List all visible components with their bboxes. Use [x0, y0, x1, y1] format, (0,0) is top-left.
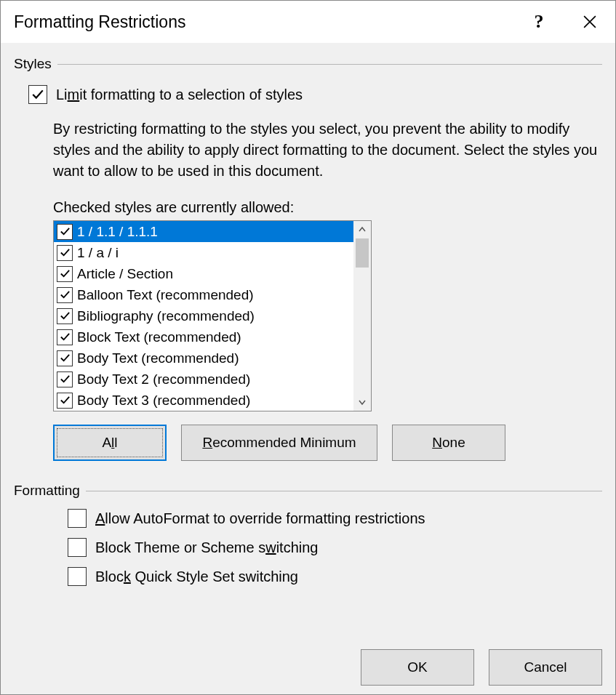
block-quick-checkbox[interactable] — [68, 567, 87, 586]
checkmark-icon — [60, 289, 71, 300]
limit-formatting-checkbox[interactable] — [28, 85, 47, 104]
style-item-label: Body Text 3 (recommended) — [77, 393, 250, 409]
help-button[interactable]: ? — [513, 1, 564, 43]
checkmark-icon — [60, 353, 71, 363]
style-list-item[interactable]: 1 / 1.1 / 1.1.1 — [54, 221, 353, 242]
scroll-down-icon[interactable] — [353, 393, 371, 411]
style-item-checkbox[interactable] — [57, 393, 73, 409]
checkmark-icon — [60, 332, 71, 342]
block-theme-label: Block Theme or Scheme switching — [95, 539, 318, 556]
style-item-label: 1 / a / i — [77, 245, 119, 261]
scrollbar[interactable] — [353, 221, 371, 411]
style-item-label: Article / Section — [77, 266, 173, 282]
style-item-checkbox[interactable] — [57, 308, 73, 324]
formatting-group-header: Formatting — [14, 483, 602, 499]
allow-autoformat-checkbox[interactable] — [68, 509, 87, 528]
allow-autoformat-label: Allow AutoFormat to override formatting … — [95, 510, 425, 527]
style-item-checkbox[interactable] — [57, 287, 73, 303]
ok-button[interactable]: OK — [361, 649, 474, 686]
close-button[interactable] — [564, 1, 615, 43]
select-all-button[interactable]: All — [53, 425, 167, 461]
checkmark-icon — [60, 310, 71, 321]
selection-buttons-row: All Recommended Minimum None — [53, 425, 602, 461]
checkmark-icon — [60, 268, 71, 279]
style-item-checkbox[interactable] — [57, 371, 73, 387]
limit-formatting-label: Limit formatting to a selection of style… — [56, 87, 303, 103]
select-none-button[interactable]: None — [392, 425, 505, 461]
style-item-label: Block Text (recommended) — [77, 329, 241, 345]
styles-list-inner: 1 / 1.1 / 1.1.11 / a / iArticle / Sectio… — [54, 221, 353, 411]
style-item-checkbox[interactable] — [57, 350, 73, 366]
dialog-footer: OK Cancel — [14, 635, 602, 686]
formatting-restrictions-dialog: Formatting Restrictions ? Styles Limit f… — [0, 0, 616, 695]
style-item-checkbox[interactable] — [57, 266, 73, 282]
block-theme-checkbox-row[interactable]: Block Theme or Scheme switching — [68, 538, 602, 557]
style-list-item[interactable]: Balloon Text (recommended) — [54, 284, 353, 305]
divider — [57, 64, 602, 65]
checkmark-icon — [60, 374, 71, 385]
style-list-item[interactable]: 1 / a / i — [54, 242, 353, 263]
style-list-item[interactable]: Bibliography (recommended) — [54, 305, 353, 326]
style-item-checkbox[interactable] — [57, 329, 73, 345]
allow-autoformat-checkbox-row[interactable]: Allow AutoFormat to override formatting … — [68, 509, 602, 528]
formatting-group-label: Formatting — [14, 483, 80, 499]
dialog-title: Formatting Restrictions — [14, 12, 513, 32]
recommended-minimum-button[interactable]: Recommended Minimum — [181, 425, 377, 461]
limit-formatting-checkbox-row[interactable]: Limit formatting to a selection of style… — [28, 85, 602, 104]
style-item-label: Balloon Text (recommended) — [77, 287, 254, 303]
scrollbar-track[interactable] — [353, 238, 371, 393]
style-item-checkbox[interactable] — [57, 245, 73, 261]
style-list-item[interactable]: Body Text 2 (recommended) — [54, 369, 353, 390]
style-item-label: Bibliography (recommended) — [77, 308, 255, 324]
close-icon — [583, 15, 596, 28]
checkmark-icon — [60, 247, 71, 258]
style-list-item[interactable]: Body Text (recommended) — [54, 348, 353, 369]
styles-listbox[interactable]: 1 / 1.1 / 1.1.11 / a / iArticle / Sectio… — [53, 220, 372, 411]
styles-description: By restricting formatting to the styles … — [53, 118, 602, 182]
divider — [86, 491, 602, 491]
checkmark-icon — [31, 88, 44, 101]
style-item-checkbox[interactable] — [57, 224, 73, 240]
checkmark-icon — [60, 395, 71, 406]
dialog-body: Styles Limit formatting to a selection o… — [1, 43, 615, 694]
style-item-label: 1 / 1.1 / 1.1.1 — [77, 224, 158, 240]
cancel-button[interactable]: Cancel — [489, 649, 602, 686]
checkmark-icon — [60, 226, 71, 237]
titlebar: Formatting Restrictions ? — [1, 1, 615, 43]
styles-group-label: Styles — [14, 56, 52, 72]
style-item-label: Body Text (recommended) — [77, 350, 239, 366]
styles-group-header: Styles — [14, 56, 602, 72]
block-quick-label: Block Quick Style Set switching — [95, 569, 298, 585]
block-theme-checkbox[interactable] — [68, 538, 87, 557]
style-list-item[interactable]: Article / Section — [54, 263, 353, 284]
block-quick-checkbox-row[interactable]: Block Quick Style Set switching — [68, 567, 602, 586]
style-list-item[interactable]: Block Text (recommended) — [54, 326, 353, 348]
scroll-up-icon[interactable] — [353, 221, 371, 238]
style-list-item[interactable]: Body Text 3 (recommended) — [54, 390, 353, 411]
checked-styles-label: Checked styles are currently allowed: — [53, 199, 602, 216]
scrollbar-thumb[interactable] — [356, 238, 369, 268]
style-item-label: Body Text 2 (recommended) — [77, 371, 250, 387]
